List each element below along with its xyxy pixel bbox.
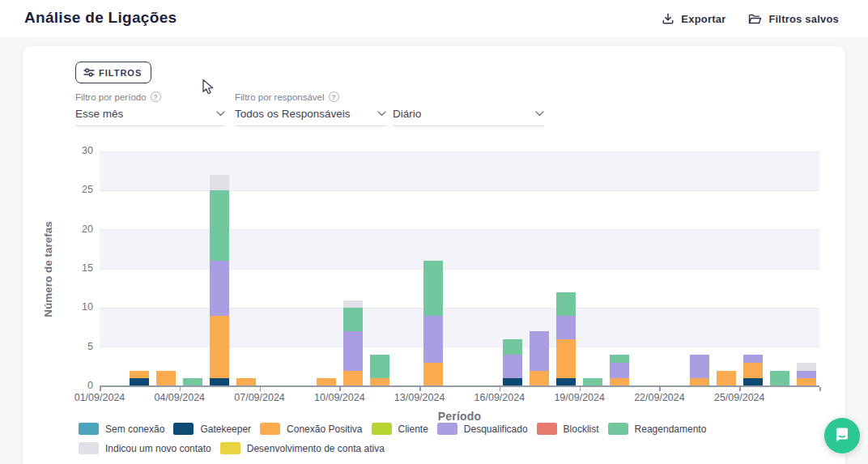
page: Análise de Ligações Exportar Filtros sa [0, 0, 868, 464]
legend-swatch [372, 423, 392, 435]
legend-item[interactable]: Reagendamento [608, 423, 707, 435]
legend-swatch [79, 442, 99, 454]
bar-segment[interactable] [423, 316, 443, 363]
bar-segment[interactable] [503, 355, 522, 378]
legend-label: Conexão Positiva [287, 424, 362, 435]
legend-label: Desenvolvimento de conta ativa [247, 443, 385, 454]
stacked-bar-chart: 05101520253001/09/202404/09/202407/09/20… [100, 151, 819, 386]
x-axis-tick [580, 387, 581, 391]
owner-select[interactable]: Todos os Responsáveis [235, 108, 386, 126]
bar-segment[interactable] [343, 308, 363, 331]
help-icon [151, 92, 161, 102]
gridline [100, 151, 819, 152]
bar-segment[interactable] [423, 261, 443, 316]
saved-filters-button[interactable]: Filtros salvos [748, 13, 839, 25]
legend-swatch [220, 442, 240, 454]
owner-select-value: Todos os Responsáveis [235, 108, 351, 120]
bar-segment[interactable] [556, 292, 576, 316]
bar-segment[interactable] [210, 261, 229, 316]
period-select[interactable]: Esse mês [75, 108, 225, 126]
bar-segment[interactable] [530, 371, 549, 386]
legend-item[interactable]: Blocklist [537, 423, 599, 435]
bar-segment[interactable] [610, 363, 629, 378]
granularity-select[interactable]: Diário [393, 108, 544, 126]
legend-swatch [437, 423, 457, 435]
bar-segment[interactable] [210, 316, 229, 378]
bar-segment[interactable] [690, 355, 709, 378]
saved-filters-label: Filtros salvos [768, 13, 839, 25]
gridline [100, 347, 819, 347]
legend-label: Gatekeeper [200, 424, 251, 435]
x-axis-tick [260, 387, 262, 391]
x-axis-tick [659, 387, 661, 391]
y-axis-tick-label: 25 [62, 184, 93, 195]
period-filter-label: Filtro por período [75, 92, 147, 102]
bar-segment[interactable] [423, 363, 443, 386]
legend-item[interactable]: Sem conexão [79, 423, 164, 435]
x-axis-tick [739, 387, 741, 391]
bar-segment[interactable] [797, 363, 816, 371]
x-axis-tick-label: 01/09/2024 [74, 392, 126, 403]
legend-swatch [608, 423, 628, 435]
chart-legend: Sem conexãoGatekeeperConexão PositivaCli… [79, 423, 848, 454]
bar-segment[interactable] [343, 331, 363, 370]
bar-segment[interactable] [530, 331, 549, 370]
bar-segment[interactable] [743, 363, 763, 378]
bar-segment[interactable] [610, 355, 629, 363]
period-filter-label-row: Filtro por período [75, 92, 225, 102]
bar-segment[interactable] [210, 175, 229, 190]
chevron-down-icon [216, 111, 225, 117]
bar-segment[interactable] [743, 355, 763, 363]
legend-item[interactable]: Desenvolvimento de conta ativa [220, 442, 385, 454]
x-axis-tick-label: 04/09/2024 [154, 392, 205, 403]
help-icon [329, 92, 339, 102]
x-axis-title: Período [100, 410, 819, 423]
y-axis-tick-label: 20 [62, 223, 93, 235]
x-axis-tick-label: 13/09/2024 [394, 392, 445, 403]
legend-item[interactable]: Cliente [372, 423, 428, 435]
legend-item[interactable]: Indicou um novo contato [79, 442, 211, 454]
bar-segment[interactable] [717, 371, 736, 386]
chevron-down-icon [535, 111, 544, 117]
legend-label: Blocklist [564, 424, 599, 435]
x-axis-tick-label: 25/09/2024 [714, 392, 765, 403]
x-axis-tick-label: 10/09/2024 [314, 392, 365, 403]
bar-segment[interactable] [130, 371, 149, 379]
legend-label: Cliente [398, 424, 428, 435]
bar-segment[interactable] [556, 339, 576, 378]
bar-segment[interactable] [503, 339, 522, 355]
bar-segment[interactable] [343, 371, 363, 386]
legend-swatch [537, 423, 557, 435]
legend-swatch [79, 423, 99, 435]
x-axis-tick [180, 387, 181, 391]
x-axis-tick [339, 387, 341, 391]
granularity-filter: Diário [393, 108, 544, 126]
export-label: Exportar [681, 13, 725, 25]
download-icon [662, 12, 674, 25]
top-actions: Exportar Filtros salvos [662, 0, 839, 37]
top-header: Análise de Ligações Exportar Filtros sa [0, 0, 868, 37]
bar-segment[interactable] [370, 355, 389, 378]
filters-button-label: FILTROS [99, 68, 142, 78]
x-axis-tick-label: 22/09/2024 [634, 392, 685, 403]
bar-segment[interactable] [156, 371, 176, 386]
x-axis-tick [100, 387, 101, 391]
bar-segment[interactable] [797, 371, 816, 379]
y-axis-title-wrap: Número de tarefas [39, 151, 57, 386]
x-axis-tick [500, 387, 501, 391]
export-button[interactable]: Exportar [662, 12, 725, 25]
legend-item[interactable]: Gatekeeper [173, 423, 251, 435]
bar-segment[interactable] [770, 371, 789, 386]
bar-segment[interactable] [343, 300, 363, 309]
legend-item[interactable]: Conexão Positiva [260, 423, 362, 435]
chevron-down-icon [377, 111, 386, 117]
y-axis-tick-label: 30 [62, 145, 93, 156]
legend-label: Indicou um novo contato [105, 443, 211, 454]
legend-item[interactable]: Desqualificado [437, 423, 528, 435]
x-axis-tick-label: 07/09/2024 [234, 392, 285, 403]
bar-segment[interactable] [556, 316, 576, 339]
bar-segment[interactable] [210, 190, 229, 261]
filters-button[interactable]: FILTROS [75, 62, 151, 83]
x-axis-tick-label: 19/09/2024 [554, 392, 605, 403]
chat-widget-button[interactable] [824, 418, 860, 453]
